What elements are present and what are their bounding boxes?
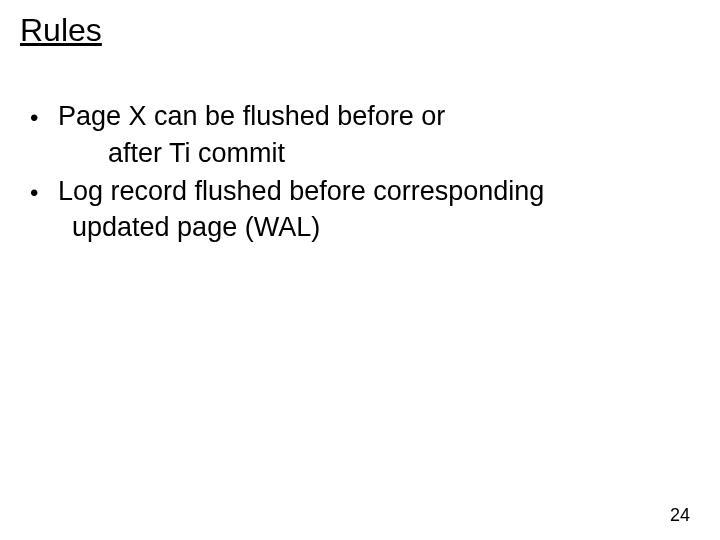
bullet-item: Page X can be flushed before or bbox=[30, 100, 670, 135]
slide: Rules Page X can be flushed before or af… bbox=[0, 0, 720, 540]
bullet-text: Page X can be flushed before or bbox=[58, 100, 670, 135]
bullet-continuation: updated page (WAL) bbox=[72, 211, 670, 245]
slide-title: Rules bbox=[20, 12, 102, 49]
bullet-item: Log record flushed before corresponding bbox=[30, 175, 670, 210]
bullet-icon bbox=[30, 100, 58, 135]
bullet-continuation: after Ti commit bbox=[108, 137, 670, 171]
slide-body: Page X can be flushed before or after Ti… bbox=[30, 100, 670, 249]
page-number: 24 bbox=[670, 505, 690, 526]
bullet-icon bbox=[30, 175, 58, 210]
bullet-text: Log record flushed before corresponding bbox=[58, 175, 670, 210]
